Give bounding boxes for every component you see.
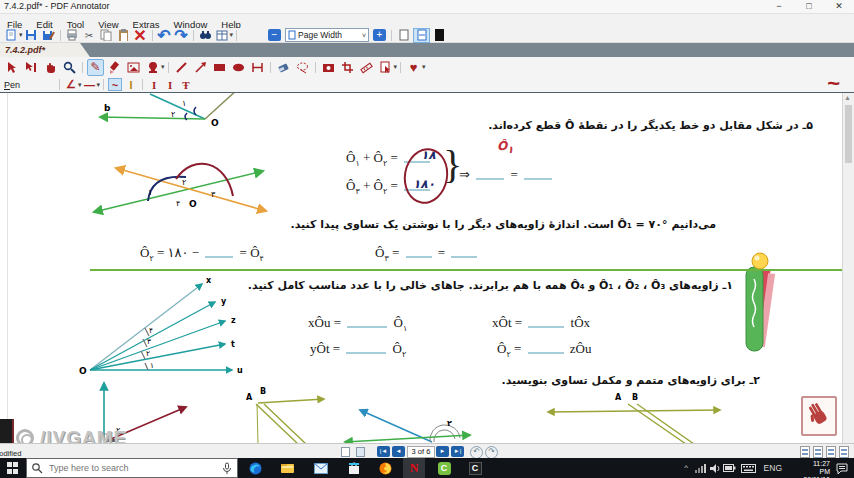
- select-annotations-button[interactable]: [377, 59, 394, 76]
- scrollbar-thumb[interactable]: [845, 105, 852, 163]
- single-page-view-button[interactable]: [396, 29, 411, 42]
- stamp-tool-button[interactable]: [144, 59, 161, 76]
- first-page-button[interactable]: |◄: [377, 446, 390, 457]
- tray-chevron-icon[interactable]: ^: [684, 463, 688, 472]
- equation-o3: Ô۳ = =: [375, 245, 480, 263]
- layout-single-icon[interactable]: [800, 446, 810, 458]
- arrow-tool-button[interactable]: [192, 59, 209, 76]
- microphone-icon[interactable]: [221, 462, 233, 475]
- annotation-manager-button[interactable]: [215, 29, 230, 42]
- window-title: 7.4.2.pdf* - PDF Annotator: [4, 1, 110, 11]
- annotation-toolbar: ✎ ▾ ▾ ♥ ▾: [0, 57, 854, 77]
- lasso-tool-button[interactable]: [294, 59, 311, 76]
- pen-tool-button[interactable]: ✎: [87, 59, 104, 76]
- annotation-panel-icon[interactable]: [341, 447, 350, 457]
- text-frame-button[interactable]: I: [124, 78, 138, 91]
- find-binoculars-icon[interactable]: [198, 29, 213, 42]
- layout-continuous-icon[interactable]: [813, 446, 823, 458]
- annotation-manager-caret-icon[interactable]: ▾: [230, 31, 234, 39]
- zoom-level-combobox[interactable]: Page Width˅: [285, 28, 369, 42]
- highlighter-tool-button[interactable]: [106, 59, 123, 76]
- crop-tool-button[interactable]: [339, 59, 356, 76]
- mail-icon[interactable]: [314, 461, 328, 475]
- text-select-tool-button[interactable]: [23, 59, 40, 76]
- layout-book-icon[interactable]: [839, 446, 849, 458]
- ruler-tool-button[interactable]: [358, 59, 375, 76]
- next-page-button[interactable]: ►: [436, 446, 449, 457]
- line-width-icon[interactable]: —: [83, 78, 97, 91]
- question-2-text: ۲ـ برای زاویه‌های متمم و مکمل تساوی بنوی…: [502, 374, 760, 387]
- rectangle-tool-button[interactable]: [211, 59, 228, 76]
- vertical-scrollbar[interactable]: ▲: [842, 93, 854, 444]
- scroll-up-icon[interactable]: ▲: [844, 94, 851, 101]
- zoom-out-button[interactable]: −: [268, 29, 281, 41]
- snapshot-tool-button[interactable]: [320, 59, 337, 76]
- page-indicator[interactable]: 3 of 6: [407, 446, 435, 458]
- favorites-heart-icon[interactable]: ♥: [405, 59, 422, 76]
- new-document-caret-icon[interactable]: ▾: [19, 31, 23, 39]
- select-annotations-caret-icon[interactable]: ▾: [394, 63, 398, 71]
- maximize-button[interactable]: □: [794, 0, 824, 13]
- text-style-3-button[interactable]: Ŧ: [179, 78, 193, 91]
- layout-facing-icon[interactable]: [826, 446, 836, 458]
- line-width-caret-icon[interactable]: ▾: [97, 81, 101, 89]
- image-tool-button[interactable]: [125, 59, 142, 76]
- taskbar-clock[interactable]: 11:27 PM 20/11/16: [803, 460, 830, 478]
- save-as-button[interactable]: [41, 29, 56, 42]
- pen-color-caret-icon[interactable]: ▾: [78, 81, 82, 89]
- volume-icon[interactable]: [710, 464, 721, 475]
- network-icon[interactable]: [695, 464, 706, 475]
- new-document-button[interactable]: [4, 29, 19, 42]
- stamp-caret-icon[interactable]: ▾: [161, 63, 165, 71]
- pen-color-angle-icon[interactable]: ∠: [64, 78, 78, 91]
- hand-stamp-annotation[interactable]: [801, 396, 837, 436]
- start-button[interactable]: [7, 462, 19, 474]
- zoom-combo-caret-icon[interactable]: ˅: [362, 32, 366, 39]
- save-button[interactable]: [24, 29, 39, 42]
- zoom-in-button[interactable]: +: [373, 29, 386, 41]
- svg-text:۴: ۴: [176, 199, 180, 208]
- firefox-icon[interactable]: [378, 461, 392, 475]
- search-input[interactable]: [45, 462, 221, 474]
- undo-button[interactable]: ↶: [157, 29, 172, 42]
- previous-page-button[interactable]: ◄: [392, 446, 405, 457]
- edge-icon[interactable]: [248, 461, 262, 475]
- line-tool-button[interactable]: [173, 59, 190, 76]
- taskbar-search[interactable]: [26, 458, 238, 478]
- notification-center-icon[interactable]: [836, 463, 848, 476]
- paste-button[interactable]: [116, 29, 131, 42]
- last-page-button[interactable]: ►|: [451, 446, 464, 457]
- ellipse-tool-button[interactable]: [230, 59, 247, 76]
- fit-width-view-button[interactable]: [413, 28, 430, 43]
- favorites-caret-icon[interactable]: ▾: [422, 63, 426, 71]
- bookmark-panel-icon[interactable]: [356, 447, 365, 457]
- store-icon[interactable]: [347, 461, 361, 475]
- text-style-2-button[interactable]: I: [163, 78, 177, 91]
- smooth-curve-button[interactable]: ~: [108, 78, 122, 91]
- cut-button[interactable]: ✂: [82, 29, 97, 42]
- redo-button[interactable]: ↷: [174, 29, 189, 42]
- handwritten-o1: Ô۱: [497, 139, 513, 155]
- touch-keyboard-icon[interactable]: [741, 464, 756, 475]
- text-style-1-button[interactable]: I: [147, 78, 161, 91]
- capture-icon[interactable]: C: [468, 461, 482, 475]
- document-page[interactable]: b O ۱ ۲ ۱ ۲ ۳ ۴ O: [0, 93, 843, 444]
- print-button[interactable]: [65, 29, 80, 42]
- zoom-tool-button[interactable]: [61, 59, 78, 76]
- eraser-tool-button[interactable]: [275, 59, 292, 76]
- document-tab[interactable]: 7.4.2.pdf*: [0, 43, 90, 57]
- close-button[interactable]: ✕: [824, 0, 854, 13]
- language-indicator[interactable]: ENG: [764, 463, 782, 473]
- fullscreen-button[interactable]: [432, 29, 447, 42]
- measure-tool-button[interactable]: [249, 59, 266, 76]
- pan-hand-tool-button[interactable]: [42, 59, 59, 76]
- camtasia-icon[interactable]: C: [437, 461, 451, 475]
- copy-button[interactable]: [99, 29, 114, 42]
- zoom-level-value: Page Width: [296, 30, 363, 40]
- battery-icon[interactable]: [723, 464, 736, 474]
- file-explorer-icon[interactable]: [281, 461, 295, 475]
- netflix-icon[interactable]: N: [403, 458, 425, 478]
- delete-button[interactable]: ✕: [133, 29, 148, 42]
- minimize-button[interactable]: −: [764, 0, 794, 13]
- select-tool-button[interactable]: [4, 59, 21, 76]
